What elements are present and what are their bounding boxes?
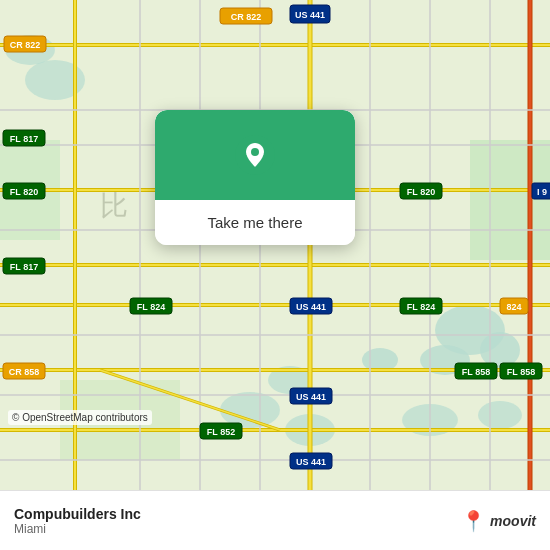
business-city: Miami — [14, 522, 141, 536]
svg-text:CR 822: CR 822 — [231, 12, 262, 22]
svg-text:I 9: I 9 — [537, 187, 547, 197]
svg-text:比: 比 — [100, 190, 128, 221]
svg-rect-12 — [470, 140, 550, 260]
svg-text:824: 824 — [506, 302, 521, 312]
svg-text:FL 858: FL 858 — [507, 367, 535, 377]
bottom-bar: Compubuilders Inc Miami 📍 moovit — [0, 490, 550, 550]
svg-text:FL 824: FL 824 — [137, 302, 165, 312]
svg-text:FL 817: FL 817 — [10, 262, 38, 272]
svg-point-9 — [478, 401, 522, 429]
svg-point-86 — [251, 148, 259, 156]
moovit-brand-label: moovit — [490, 513, 536, 529]
popup-card: Take me there — [155, 110, 355, 245]
popup-green-background — [155, 110, 355, 200]
svg-text:US 441: US 441 — [296, 457, 326, 467]
location-pin-icon — [233, 133, 277, 177]
svg-text:FL 820: FL 820 — [10, 187, 38, 197]
business-name: Compubuilders Inc — [14, 506, 141, 522]
business-info: Compubuilders Inc Miami — [14, 506, 141, 536]
svg-text:FL 852: FL 852 — [207, 427, 235, 437]
svg-text:FL 820: FL 820 — [407, 187, 435, 197]
svg-text:CR 822: CR 822 — [10, 40, 41, 50]
svg-text:FL 858: FL 858 — [462, 367, 490, 377]
moovit-pin-icon: 📍 — [461, 509, 486, 533]
map-attribution: © OpenStreetMap contributors — [8, 410, 152, 425]
svg-text:FL 817: FL 817 — [10, 134, 38, 144]
moovit-logo[interactable]: 📍 moovit — [461, 509, 536, 533]
svg-text:US 441: US 441 — [296, 392, 326, 402]
take-me-there-button[interactable]: Take me there — [155, 200, 355, 245]
svg-text:CR 858: CR 858 — [9, 367, 40, 377]
map-container: CR 822 CR 822 US 441 FL 817 FL 820 FL 82… — [0, 0, 550, 490]
svg-text:US 441: US 441 — [296, 302, 326, 312]
svg-text:FL 824: FL 824 — [407, 302, 435, 312]
svg-text:US 441: US 441 — [295, 10, 325, 20]
